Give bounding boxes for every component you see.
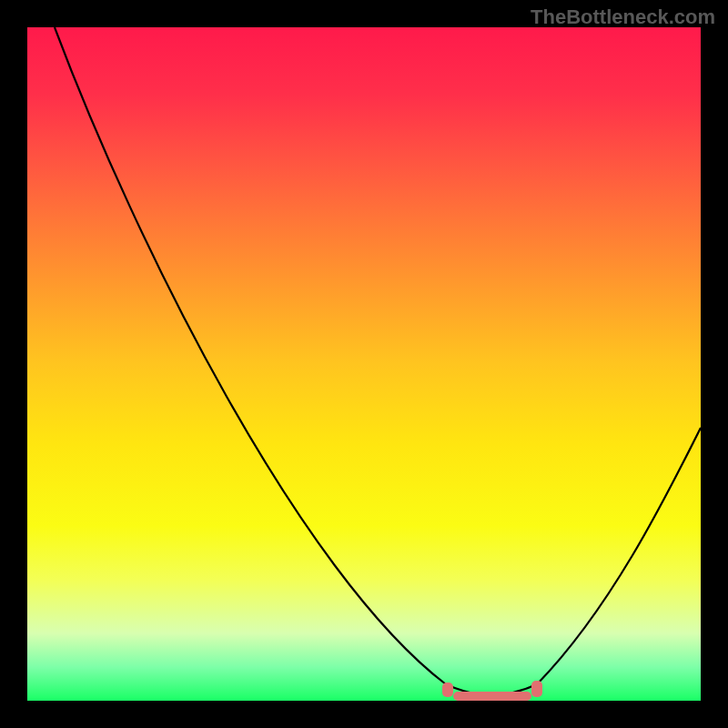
bottleneck-curve (55, 27, 701, 695)
watermark-text: TheBottleneck.com (531, 5, 715, 29)
bottleneck-curve-svg (27, 27, 701, 701)
stub-marker-left (442, 682, 453, 697)
chart-plot-area (27, 27, 701, 701)
stub-zone-band (453, 692, 531, 701)
stub-marker-right (531, 681, 542, 697)
